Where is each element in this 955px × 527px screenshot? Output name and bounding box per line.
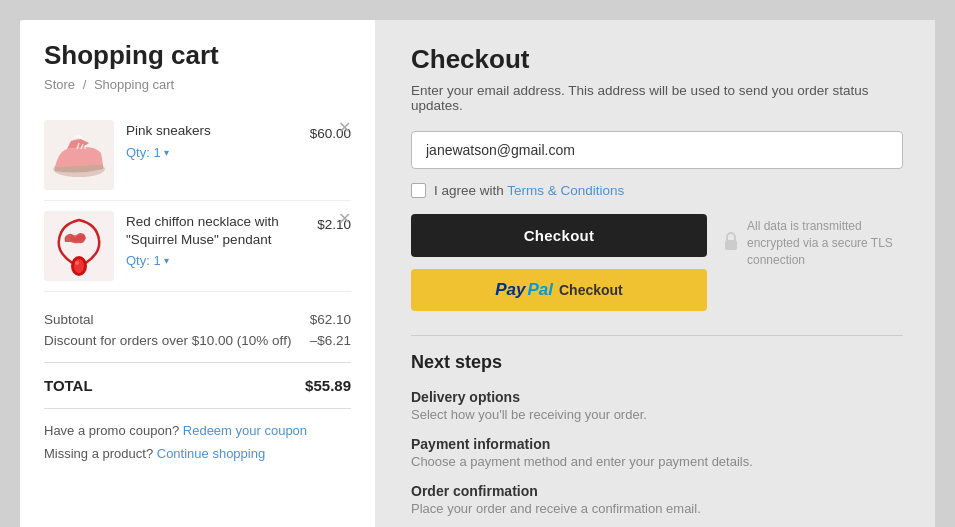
discount-value: –$6.21 [310, 333, 351, 348]
redeem-coupon-link[interactable]: Redeem your coupon [183, 423, 307, 438]
summary-divider [44, 362, 351, 363]
step-payment-name: Payment information [411, 436, 903, 452]
cart-item-2: Red chiffon necklace with "Squirrel Muse… [44, 201, 351, 292]
cart-item-1-right: ✕ $60.00 [296, 120, 351, 141]
cart-divider-2 [44, 408, 351, 409]
cart-item-2-right: ✕ $2.10 [296, 211, 351, 232]
step-confirmation-name: Order confirmation [411, 483, 903, 499]
step-delivery-name: Delivery options [411, 389, 903, 405]
subtotal-value: $62.10 [310, 312, 351, 327]
breadcrumb-current: Shopping cart [94, 77, 174, 92]
missing-text: Missing a product? Continue shopping [44, 446, 351, 461]
cart-item-1: Pink sneakers Qty: 1 ▾ ✕ $60.00 [44, 110, 351, 201]
subtotal-label: Subtotal [44, 312, 94, 327]
svg-point-5 [75, 261, 79, 265]
terms-row: I agree with Terms & Conditions [411, 183, 903, 198]
next-steps-title: Next steps [411, 352, 903, 373]
cart-item-2-name: Red chiffon necklace with "Squirrel Muse… [126, 213, 284, 248]
svg-point-7 [76, 235, 86, 241]
lock-icon [723, 232, 739, 254]
cart-item-1-qty[interactable]: Qty: 1 ▾ [126, 145, 169, 160]
step-confirmation: Order confirmation Place your order and … [411, 483, 903, 516]
step-delivery: Delivery options Select how you'll be re… [411, 389, 903, 422]
discount-row: Discount for orders over $10.00 (10% off… [44, 333, 351, 348]
total-value: $55.89 [305, 377, 351, 394]
breadcrumb-store: Store [44, 77, 75, 92]
paypal-pay-text: Pay [495, 280, 525, 300]
discount-label: Discount for orders over $10.00 (10% off… [44, 333, 291, 348]
paypal-checkout-label: Checkout [559, 282, 623, 298]
step-payment-desc: Choose a payment method and enter your p… [411, 454, 903, 469]
cart-item-1-name: Pink sneakers [126, 122, 284, 140]
next-steps-section: Next steps Delivery options Select how y… [411, 335, 903, 516]
continue-shopping-link[interactable]: Continue shopping [157, 446, 265, 461]
checkout-panel: Checkout Enter your email address. This … [375, 20, 935, 527]
step-payment: Payment information Choose a payment met… [411, 436, 903, 469]
terms-label: I agree with Terms & Conditions [434, 183, 624, 198]
breadcrumb: Store / Shopping cart [44, 77, 351, 92]
paypal-checkout-button[interactable]: PayPal Checkout [411, 269, 707, 311]
step-confirmation-desc: Place your order and receive a confirmat… [411, 501, 903, 516]
checkout-button[interactable]: Checkout [411, 214, 707, 257]
cart-summary: Subtotal $62.10 Discount for orders over… [44, 308, 351, 394]
page-wrapper: Shopping cart Store / Shopping cart [20, 20, 935, 527]
cart-item-2-info: Red chiffon necklace with "Squirrel Muse… [126, 211, 284, 268]
secure-text: All data is transmitted encrypted via a … [747, 218, 903, 268]
email-input[interactable] [411, 131, 903, 169]
promo-text: Have a promo coupon? Redeem your coupon [44, 423, 351, 438]
secure-info: All data is transmitted encrypted via a … [723, 214, 903, 268]
subtotal-row: Subtotal $62.10 [44, 312, 351, 327]
remove-item-2-button[interactable]: ✕ [338, 211, 351, 227]
terms-conditions-link[interactable]: Terms & Conditions [507, 183, 624, 198]
terms-checkbox[interactable] [411, 183, 426, 198]
checkout-form: Checkout PayPal Checkout [411, 214, 707, 335]
checkout-actions: Checkout PayPal Checkout All data is tra… [411, 214, 903, 335]
qty-chevron-icon: ▾ [164, 147, 169, 158]
total-row: TOTAL $55.89 [44, 377, 351, 394]
cart-item-1-info: Pink sneakers Qty: 1 ▾ [126, 120, 284, 160]
paypal-pal-text: Pal [527, 280, 553, 300]
step-delivery-desc: Select how you'll be receiving your orde… [411, 407, 903, 422]
qty-chevron-2-icon: ▾ [164, 255, 169, 266]
checkout-subtitle: Enter your email address. This address w… [411, 83, 903, 113]
product-image-sneakers [44, 120, 114, 190]
cart-title: Shopping cart [44, 40, 351, 71]
cart-panel: Shopping cart Store / Shopping cart [20, 20, 375, 527]
svg-point-4 [74, 259, 84, 273]
total-label: TOTAL [44, 377, 93, 394]
svg-rect-8 [725, 240, 737, 250]
checkout-title: Checkout [411, 44, 903, 75]
product-image-necklace [44, 211, 114, 281]
remove-item-1-button[interactable]: ✕ [338, 120, 351, 136]
breadcrumb-separator: / [83, 77, 87, 92]
cart-item-2-qty[interactable]: Qty: 1 ▾ [126, 253, 169, 268]
